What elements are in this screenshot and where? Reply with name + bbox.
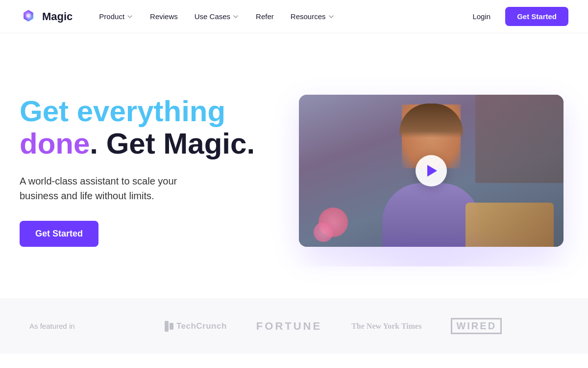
logo-text: Magic bbox=[42, 10, 73, 23]
play-button[interactable] bbox=[416, 155, 447, 186]
nav-links: Product Reviews Use Cases Refer Resource… bbox=[92, 8, 466, 25]
hero-section: Get everything done. Get Magic. A world-… bbox=[0, 33, 588, 298]
nav-item-refer[interactable]: Refer bbox=[249, 8, 281, 25]
wired-logo: WIRED bbox=[451, 318, 502, 334]
techcrunch-logo: TechCrunch bbox=[165, 321, 227, 332]
tc-icon bbox=[165, 321, 173, 332]
hero-right bbox=[294, 95, 568, 247]
nav-right: Login Get Started bbox=[466, 7, 568, 26]
headline-period: . bbox=[90, 127, 106, 160]
login-button[interactable]: Login bbox=[466, 8, 497, 25]
headline-everything: everything bbox=[77, 95, 225, 128]
get-started-hero-button[interactable]: Get Started bbox=[20, 221, 98, 247]
chevron-down-icon bbox=[126, 13, 133, 20]
hero-video[interactable] bbox=[299, 95, 564, 247]
svg-point-2 bbox=[26, 14, 30, 18]
nav-item-resources[interactable]: Resources bbox=[284, 8, 342, 25]
nyt-logo: The New York Times bbox=[351, 322, 421, 331]
hero-subheading: A world-class assistant to scale yourbus… bbox=[20, 174, 265, 203]
featured-section: As featured in TechCrunch FORTUNE The Ne… bbox=[0, 298, 588, 354]
techcrunch-text: TechCrunch bbox=[176, 321, 227, 331]
headline-done: done bbox=[20, 127, 90, 160]
navbar: Magic Product Reviews Use Cases Refer Re… bbox=[0, 0, 588, 33]
hero-left: Get everything done. Get Magic. A world-… bbox=[20, 95, 274, 247]
nav-item-product[interactable]: Product bbox=[92, 8, 140, 25]
flowers-2 bbox=[314, 222, 333, 242]
tc-bar-1 bbox=[165, 321, 169, 332]
tc-bar-2 bbox=[170, 323, 173, 330]
magic-logo-icon bbox=[20, 8, 37, 26]
fortune-logo: FORTUNE bbox=[256, 320, 322, 333]
bookshelf bbox=[475, 95, 564, 183]
featured-logos: TechCrunch FORTUNE The New York Times WI… bbox=[108, 318, 559, 334]
laptop bbox=[466, 203, 554, 247]
headline-get: Get bbox=[20, 95, 77, 128]
logo-link[interactable]: Magic bbox=[20, 8, 73, 26]
video-wrapper bbox=[299, 95, 564, 247]
nav-item-reviews[interactable]: Reviews bbox=[143, 8, 185, 25]
chevron-down-icon bbox=[232, 13, 239, 20]
play-icon bbox=[427, 165, 437, 177]
chevron-down-icon bbox=[328, 13, 335, 20]
headline-get-magic: Get Magic. bbox=[106, 127, 255, 160]
hero-headline: Get everything done. Get Magic. bbox=[20, 95, 265, 160]
get-started-nav-button[interactable]: Get Started bbox=[505, 7, 568, 26]
featured-label: As featured in bbox=[29, 322, 108, 330]
nav-item-use-cases[interactable]: Use Cases bbox=[188, 8, 246, 25]
